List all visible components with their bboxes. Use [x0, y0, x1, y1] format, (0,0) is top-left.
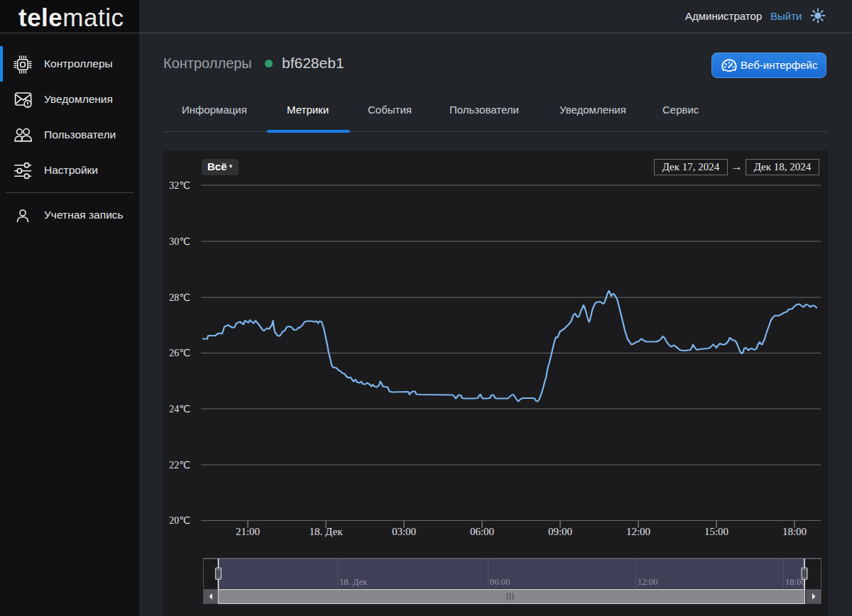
svg-text:24℃: 24℃ [169, 404, 190, 414]
svg-text:12:00: 12:00 [638, 577, 657, 587]
svg-text:03:00: 03:00 [392, 526, 416, 537]
svg-text:21:00: 21:00 [236, 526, 260, 537]
svg-text:12:00: 12:00 [626, 526, 650, 537]
svg-text:18:00: 18:00 [782, 526, 807, 537]
svg-text:28℃: 28℃ [169, 292, 190, 303]
svg-text:18. Дек: 18. Дек [310, 526, 344, 537]
svg-text:06:00: 06:00 [470, 526, 494, 537]
svg-text:20℃: 20℃ [169, 515, 190, 526]
svg-text:22℃: 22℃ [169, 460, 190, 471]
svg-text:32℃: 32℃ [169, 180, 190, 191]
svg-text:06:00: 06:00 [490, 577, 510, 587]
svg-text:30℃: 30℃ [169, 236, 190, 247]
svg-text:09:00: 09:00 [548, 526, 572, 537]
svg-text:18. Дек: 18. Дек [339, 577, 368, 587]
svg-text:15:00: 15:00 [704, 526, 728, 537]
svg-text:26℃: 26℃ [169, 348, 190, 358]
